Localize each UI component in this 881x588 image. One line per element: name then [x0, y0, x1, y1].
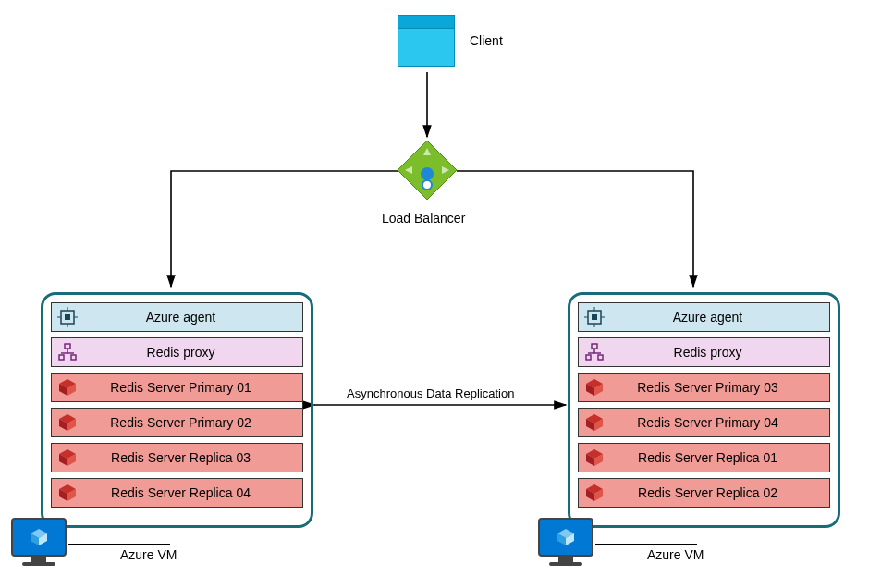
vm-left-container: Azure agent Redis proxy Redis Server Pri…	[41, 292, 313, 528]
vm-right-server-row: Redis Server Primary 04	[578, 408, 830, 437]
vm-right-server-label: Redis Server Replica 01	[614, 450, 829, 465]
svg-rect-14	[59, 355, 64, 360]
network-tree-icon	[584, 342, 605, 362]
client-label: Client	[470, 33, 503, 48]
vm-left-server-row: Redis Server Replica 03	[51, 443, 303, 472]
svg-rect-32	[592, 314, 597, 320]
vm-left-label: Azure VM	[120, 547, 177, 562]
vm-left-server-label: Redis Server Primary 02	[87, 415, 302, 430]
client-icon	[398, 15, 455, 68]
vm-left-server-row: Redis Server Replica 04	[51, 478, 303, 508]
vm-left-proxy-label: Redis proxy	[87, 345, 302, 360]
vm-right-label: Azure VM	[647, 547, 704, 562]
network-tree-icon	[57, 342, 78, 362]
replication-label: Asynchronous Data Replication	[347, 386, 514, 400]
vm-right-proxy-row: Redis proxy	[578, 337, 830, 367]
vm-right-underline	[595, 544, 697, 545]
azure-vm-monitor-icon	[538, 518, 593, 568]
vm-left-proxy-row: Redis proxy	[51, 337, 303, 367]
load-balancer-label: Load Balancer	[382, 211, 465, 226]
vm-left-underline	[68, 544, 170, 545]
vm-right-server-label: Redis Server Replica 02	[614, 485, 829, 500]
vm-left-agent-row: Azure agent	[51, 302, 303, 332]
redis-cube-icon	[584, 483, 605, 503]
vm-left-server-row: Redis Server Primary 01	[51, 373, 303, 402]
vm-right-agent-label: Azure agent	[614, 310, 829, 325]
vm-left-server-row: Redis Server Primary 02	[51, 408, 303, 437]
vm-right-server-label: Redis Server Primary 03	[614, 380, 829, 395]
azure-vm-monitor-icon	[11, 518, 67, 568]
vm-left-server-label: Redis Server Replica 03	[87, 450, 302, 465]
vm-left-server-label: Redis Server Primary 01	[87, 380, 302, 395]
load-balancer-icon	[396, 139, 459, 202]
redis-cube-icon	[57, 483, 78, 503]
vm-right-proxy-label: Redis proxy	[614, 345, 829, 360]
vm-right-server-row: Redis Server Replica 02	[578, 478, 830, 508]
vm-right-server-row: Redis Server Replica 01	[578, 443, 830, 472]
vm-left-agent-label: Azure agent	[87, 310, 302, 325]
vm-right-server-label: Redis Server Primary 04	[614, 415, 829, 430]
cpu-chip-icon	[584, 307, 605, 327]
redis-cube-icon	[57, 412, 78, 433]
svg-rect-6	[65, 314, 70, 320]
redis-cube-icon	[57, 447, 78, 468]
vm-right-agent-row: Azure agent	[578, 302, 830, 332]
svg-rect-11	[65, 344, 70, 349]
redis-cube-icon	[584, 447, 605, 468]
vm-left-server-label: Redis Server Replica 04	[87, 485, 302, 500]
vm-right-server-row: Redis Server Primary 03	[578, 373, 830, 402]
svg-rect-41	[598, 355, 603, 360]
svg-rect-40	[586, 355, 591, 360]
redis-cube-icon	[57, 377, 78, 398]
redis-cube-icon	[584, 377, 605, 398]
svg-point-4	[422, 180, 432, 190]
vm-right-container: Azure agent Redis proxy Redis Server Pri…	[568, 292, 840, 528]
svg-point-3	[421, 167, 434, 180]
svg-rect-37	[592, 344, 597, 349]
cpu-chip-icon	[57, 307, 78, 327]
svg-rect-15	[71, 355, 76, 360]
redis-cube-icon	[584, 412, 605, 433]
